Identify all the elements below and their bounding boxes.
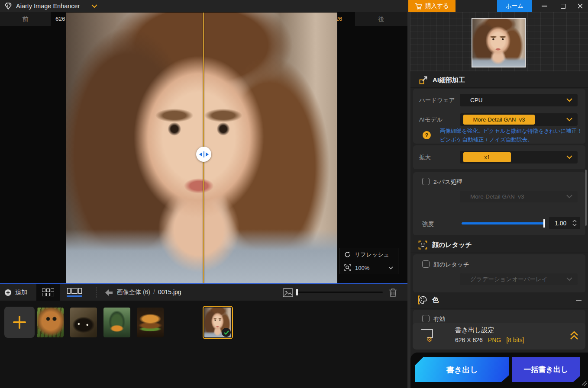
color-section-header: 色 — [418, 295, 439, 305]
help-line-2: ピンボケ自動補正＋ノイズ自動除去。 — [440, 135, 583, 144]
add-image-tile[interactable] — [4, 307, 35, 338]
collapse-minus-icon[interactable] — [576, 300, 582, 301]
thumbnail-terrarium[interactable] — [103, 308, 130, 337]
resize-grip-icon[interactable] — [580, 379, 587, 386]
section-divider-3 — [410, 308, 588, 308]
grid-view-icon — [42, 289, 54, 296]
zoom-control[interactable]: 100% — [339, 261, 398, 274]
strength-section-body: 強度 1.00 — [413, 212, 585, 235]
hardware-chevron-icon — [566, 98, 572, 102]
export-bits: [8 bits] — [506, 337, 524, 343]
model-help-text: 画像細部を強化。ピクセルと微細な特徴をきれいに補正！ ピンボケ自動補正＋ノイズ自… — [440, 127, 583, 144]
zoom-icon — [344, 264, 351, 271]
section-divider — [410, 87, 588, 88]
home-button[interactable]: ホーム — [497, 0, 532, 12]
file-toolbar: 追加 画像全体 (6) / 0015.jpg — [0, 283, 407, 301]
app-window: Aiarty Image Enhancer 購入する ホーム — [0, 0, 588, 388]
help-glyph: ? — [425, 132, 429, 138]
color-enable-checkbox[interactable] — [422, 315, 430, 322]
thumbnail-butterfly[interactable] — [70, 308, 97, 337]
back-arrow-icon[interactable] — [105, 289, 113, 296]
thumbnail-portrait-selected[interactable] — [203, 306, 233, 339]
face-retouch-dropdown-value: グラデーションオーバーレイ — [460, 276, 548, 283]
ai-section-header: AI細部加工 — [419, 76, 465, 84]
ai-model-chevron-icon — [566, 118, 572, 122]
view-controls: リフレッシュ 100% — [339, 248, 398, 274]
filmstrip-view-button[interactable] — [63, 284, 86, 301]
zoom-chevron-icon — [388, 266, 393, 269]
help-line-1: 画像細部を強化。ピクセルと微細な特徴をきれいに補正！ — [440, 127, 583, 135]
maximize-icon — [561, 4, 565, 9]
scale-dropdown[interactable]: x1 — [460, 151, 578, 164]
thumbnail-dog[interactable] — [170, 308, 197, 337]
trash-icon[interactable] — [389, 288, 397, 297]
close-button[interactable] — [572, 0, 588, 12]
add-button[interactable]: 追加 — [4, 284, 27, 301]
panel-divider — [407, 12, 410, 388]
two-pass-model-dropdown: More-Detail GAN v3 — [460, 191, 578, 202]
batch-export-button[interactable]: 一括書き出し — [512, 357, 580, 382]
face-retouch-chevron-icon — [566, 277, 572, 281]
grid-view-button[interactable] — [36, 284, 60, 301]
app-logo-icon — [4, 2, 13, 10]
export-button-label: 書き出し — [446, 365, 478, 375]
toolbar-divider — [96, 287, 97, 298]
ai-model-dropdown[interactable]: More-Detail GAN v3 — [460, 113, 578, 126]
ai-section-title: AI細部加工 — [433, 76, 465, 84]
color-enable-label: 有効 — [433, 315, 445, 323]
active-view-underline — [67, 295, 82, 297]
breadcrumb-separator: / — [153, 289, 155, 296]
thumbnail-size-slider[interactable] — [296, 292, 383, 293]
handle-right-arrow-icon — [206, 152, 209, 157]
batch-export-button-label: 一括書き出し — [524, 365, 569, 375]
color-palette-icon — [418, 295, 427, 305]
strength-label: 強度 — [422, 220, 434, 228]
two-pass-label: 2-パス処理 — [433, 178, 462, 186]
export-settings-summary: 626 X 626 PNG [8 bits] — [455, 337, 524, 343]
zoom-level: 100% — [355, 265, 369, 271]
panel-preview-thumbnail[interactable] — [472, 18, 526, 67]
before-tab[interactable]: 前 — [0, 12, 51, 26]
ai-model-value: More-Detail GAN v3 — [463, 115, 535, 125]
preview-image[interactable] — [66, 13, 337, 283]
buy-button-label: 購入する — [425, 2, 449, 10]
thumbnail-size-slider-handle[interactable] — [296, 289, 298, 295]
ai-model-label: AIモデル — [419, 116, 443, 124]
export-settings-panel[interactable]: ⚙ 書き出し設定 626 X 626 PNG [8 bits] — [413, 323, 585, 350]
minimize-icon — [542, 6, 547, 6]
refresh-button[interactable]: リフレッシュ — [339, 248, 398, 261]
strength-value: 1.00 — [549, 220, 566, 227]
buy-button[interactable]: 購入する — [408, 0, 456, 12]
thumbnail-tiger[interactable] — [37, 308, 64, 337]
compare-slider-handle[interactable] — [196, 147, 211, 162]
color-section-title: 色 — [432, 296, 439, 304]
thumbnail-burger[interactable] — [137, 308, 164, 337]
strength-slider-track[interactable] — [462, 222, 545, 224]
scale-chevron-icon — [566, 155, 572, 159]
panel-scrollbar[interactable] — [585, 170, 587, 226]
strength-slider-handle[interactable] — [543, 219, 545, 228]
stepper-up-icon[interactable] — [572, 220, 577, 222]
hardware-dropdown[interactable]: CPU — [460, 94, 578, 106]
maximize-button[interactable] — [555, 0, 571, 12]
stepper-down-icon[interactable] — [572, 224, 577, 226]
strength-value-box[interactable]: 1.00 — [549, 217, 580, 229]
scale-label: 拡大 — [419, 154, 431, 161]
export-format: PNG — [488, 337, 501, 343]
after-tab[interactable]: 後 — [355, 12, 407, 26]
app-menu-chevron-icon[interactable] — [91, 4, 97, 8]
minimize-button[interactable] — [536, 0, 552, 12]
check-icon — [224, 330, 229, 335]
collapse-chevrons-icon[interactable] — [570, 331, 578, 340]
add-button-label: 追加 — [15, 289, 27, 296]
face-retouch-dropdown: グラデーションオーバーレイ — [460, 273, 578, 285]
handle-left-arrow-icon — [199, 152, 202, 157]
export-button[interactable]: 書き出し — [415, 357, 509, 382]
face-retouch-icon — [418, 240, 427, 250]
close-icon — [578, 3, 583, 9]
cart-icon — [415, 3, 422, 10]
breadcrumb-all-images[interactable]: 画像全体 (6) — [117, 289, 150, 296]
help-icon[interactable]: ? — [423, 131, 431, 139]
face-retouch-checkbox[interactable] — [422, 260, 430, 268]
two-pass-checkbox[interactable] — [422, 178, 430, 185]
